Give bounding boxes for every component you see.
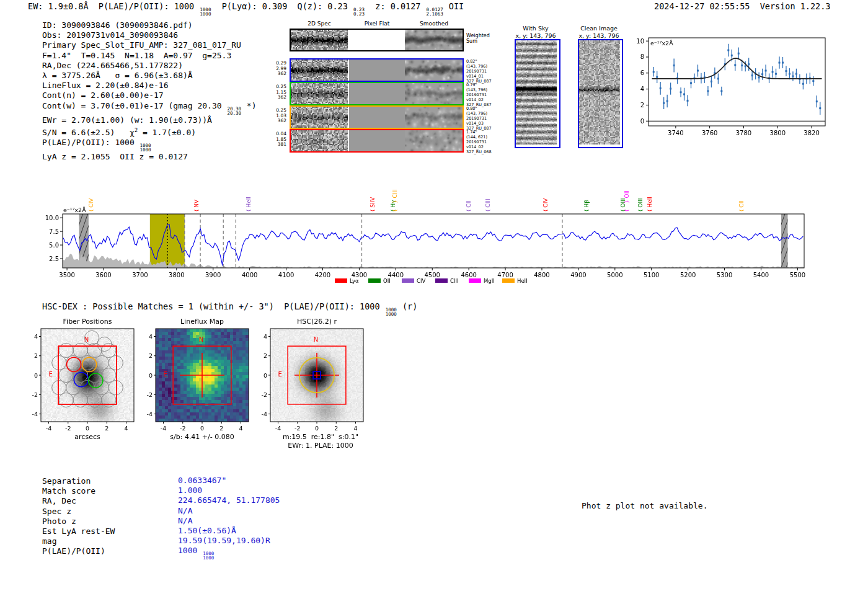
info-line-2: Primary Spec_Slot_IFU_AMP: 327_081_017_R… [42, 40, 256, 50]
match-table-value: 224.665474, 51.177805 [178, 495, 280, 505]
smoothed-image [405, 60, 463, 81]
match-table-value: 1.50(±0.56)Å [178, 526, 236, 535]
match-table-label: Match score [42, 486, 95, 495]
info-line-4: RA,Dec (224.665466,51.177822) [42, 61, 256, 71]
header-timestamp-version: 2024-12-27 02:55:55 Version 1.22.3 [654, 1, 830, 11]
info-line-0: ID: 3090093846 (3090093846.pdf) [42, 20, 256, 30]
spec2d-row-right-labels: 0.79"(143, 796)20190731v014_02327_RU_087 [466, 82, 492, 107]
spec2d-col-title-pixelflat: Pixel Flat [365, 20, 389, 27]
hsc-cutout-panel [262, 315, 373, 458]
stacked-fraction: 10001000 [200, 7, 211, 16]
spec2d-row [290, 129, 464, 153]
smoothed-image [405, 30, 463, 50]
spec2d-row-left-labels: 0.292.99362 [273, 61, 286, 77]
spec2d-row-right-labels: 1.74"(144, 621)20190731v014_02327_RU_068 [466, 130, 492, 154]
line-fit-plot [636, 28, 834, 143]
spec2d-col-title-2dspec: 2D Spec [308, 20, 330, 27]
clean-image-coords: x, y: 143, 796 [578, 32, 619, 39]
info-line-11: P(LAE)/P(OII): 1000 10001000 [42, 138, 256, 152]
match-table-label: Separation [42, 476, 91, 486]
info-line-10: S/N = 6.6(±2.5) χ2 = 1.7(±0.0) [42, 125, 256, 138]
match-table-value: 19.59(19.59,19.60)R [178, 536, 270, 545]
spec2d-row [290, 82, 464, 105]
detection-info-block: ID: 3090093846 (3090093846.pdf)Obs: 2019… [42, 20, 256, 162]
header-summary-line: EW: 1.9±0.8Å P(LAE)/P(OII): 1000 1000100… [28, 1, 464, 16]
match-table-label: P(LAE)/P(OII) [42, 546, 105, 556]
match-table-label: RA, Dec [42, 496, 76, 505]
match-table-value: 0.0633467" [178, 476, 226, 485]
spec2d-noise-image [291, 60, 348, 81]
match-table-label: mag [42, 536, 56, 546]
pixel-flat-image [348, 83, 405, 104]
phot-z-note: Phot z plot not available. [582, 501, 708, 510]
lineflux-map-panel [147, 315, 259, 448]
stacked-fraction: 10001000 [203, 551, 214, 560]
info-line-8: Cont(w) = 3.70(±0.01)e-17 (gmag 20.30 20… [42, 101, 256, 115]
match-table-value: 1.000 [178, 486, 202, 495]
info-line-6: LineFlux = 2.20(±0.84)e-16 [42, 81, 256, 91]
match-table-value: 1000 10001000 [178, 546, 215, 560]
spec2d-noise-image [291, 130, 348, 151]
info-line-1: Obs: 20190731v014_3090093846 [42, 30, 256, 40]
with-sky-coords: x, y: 143, 796 [515, 32, 556, 39]
spec2d-col-title-smoothed: Smoothed [420, 20, 448, 27]
info-line-9: EWr = 2.70(±1.00) (w: 1.90(±0.73))Å [42, 115, 256, 125]
spec2d-noise-image [291, 107, 348, 128]
spec2d-row-left-labels: 0.251.15362 [273, 84, 286, 100]
smoothed-image [405, 83, 463, 104]
stacked-fraction: 0.230.23 [353, 7, 365, 16]
elixer-report-page: EW: 1.9±0.8Å P(LAE)/P(OII): 1000 1000100… [0, 0, 868, 591]
pixel-flat-image [348, 60, 405, 81]
info-line-5: λ = 3775.26Å σ = 6.96(±3.68)Å [42, 71, 256, 81]
pixel-flat-image [348, 107, 405, 128]
info-line-3: F=1.4" T=0.145 N=1.18 A=0.97 g=25.3 [42, 51, 256, 61]
clean-image-title: Clean Image [580, 25, 618, 32]
info-line-7: Cont(n) = 2.60(±0.00)e-17 [42, 91, 256, 100]
weighted-sum-label: WeightedSum [466, 33, 490, 44]
spec2d-row [290, 29, 464, 51]
smoothed-image [405, 107, 463, 128]
stacked-fraction: 10001000 [386, 308, 397, 316]
spec2d-noise-image [291, 83, 348, 104]
pixel-flat-image [348, 30, 405, 50]
stacked-fraction: 0.01272.1063 [427, 7, 443, 16]
fiber-positions-panel [32, 315, 144, 448]
match-table-label: Est LyA rest-EW [42, 527, 115, 536]
match-table-label: Spec z [42, 507, 71, 516]
spec2d-row-right-labels: 0.80"(143, 796)20190731v014_03327_RU_087 [466, 106, 492, 131]
stacked-fraction: 20.3020.30 [227, 107, 241, 115]
match-table-value: N/A [178, 506, 192, 515]
stacked-fraction: 10001000 [140, 143, 151, 152]
with-sky-title: With Sky [523, 25, 548, 32]
pixel-flat-image [348, 130, 405, 151]
hsc-dex-match-line: HSC-DEX : Possible Matches = 1 (within +… [42, 301, 417, 316]
match-table-value: N/A [178, 516, 192, 525]
with-sky-image [515, 39, 560, 148]
match-table-label: Photo z [42, 517, 76, 526]
spec2d-row [290, 58, 464, 82]
spec2d-row-left-labels: 0.041.85381 [273, 131, 286, 148]
spectrum-plot [31, 172, 812, 290]
info-line-12: LyA z = 2.1055 OII z = 0.0127 [42, 152, 256, 162]
spec2d-row [290, 105, 464, 129]
spec2d-row-right-labels: 0.82"(143, 796)20190731v014_01327_RU_087 [466, 59, 492, 84]
spec2d-row-left-labels: 0.251.03362 [273, 108, 286, 124]
smoothed-image [405, 130, 463, 151]
spec2d-noise-image [291, 30, 348, 50]
clean-image [578, 39, 623, 148]
